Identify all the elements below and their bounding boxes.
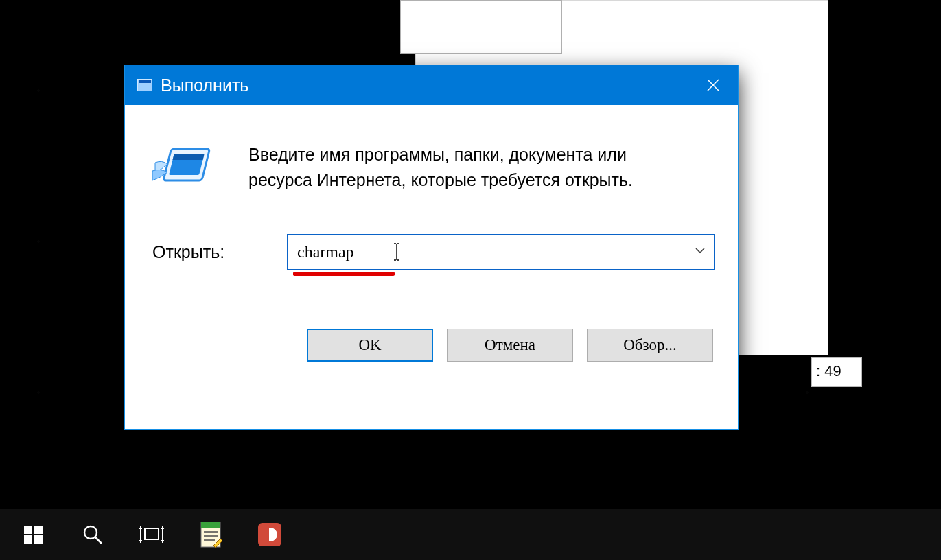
browse-button[interactable]: Обзор... [587, 329, 713, 362]
open-input[interactable] [288, 243, 686, 261]
svg-rect-19 [201, 522, 220, 528]
windows-start-icon [23, 524, 45, 546]
search-button[interactable] [63, 509, 122, 560]
titlebar[interactable]: Выполнить [125, 65, 738, 105]
svg-rect-8 [34, 535, 43, 544]
svg-point-9 [84, 526, 97, 539]
task-view-button[interactable] [122, 509, 181, 560]
recorder-app-icon [257, 522, 283, 548]
task-view-icon [138, 524, 165, 546]
tooltip-fragment: : 49 [811, 357, 862, 387]
background-window-edge [400, 0, 562, 54]
dialog-button-row: OK Отмена Обзор... [152, 329, 715, 362]
svg-rect-7 [24, 535, 32, 544]
dialog-title: Выполнить [161, 75, 248, 95]
open-label: Открыть: [152, 242, 287, 262]
taskbar[interactable] [0, 509, 941, 560]
text-cursor-icon [392, 243, 402, 261]
open-combobox[interactable] [287, 234, 715, 270]
start-button[interactable] [4, 509, 63, 560]
cancel-button[interactable]: Отмена [447, 329, 573, 362]
taskbar-app-notepad[interactable] [181, 509, 240, 560]
svg-rect-24 [265, 528, 269, 541]
close-button[interactable] [688, 65, 738, 105]
run-dialog: Выполнить Введите имя программы, папки, … [124, 65, 739, 430]
annotation-underline [293, 272, 395, 276]
notepad-app-icon [198, 521, 223, 548]
search-icon [81, 523, 104, 546]
svg-rect-11 [145, 528, 159, 539]
run-dialog-icon [152, 142, 218, 196]
taskbar-app-recorder[interactable] [240, 509, 299, 560]
svg-rect-5 [24, 526, 32, 534]
dialog-description: Введите имя программы, папки, документа … [248, 142, 688, 192]
svg-rect-4 [173, 154, 205, 160]
close-icon [706, 78, 720, 92]
svg-line-10 [95, 537, 102, 544]
run-title-icon [137, 79, 152, 91]
chevron-down-icon [695, 245, 706, 256]
dropdown-button[interactable] [686, 245, 714, 259]
svg-rect-6 [34, 526, 43, 534]
ok-button[interactable]: OK [307, 329, 433, 362]
svg-rect-1 [139, 80, 151, 83]
